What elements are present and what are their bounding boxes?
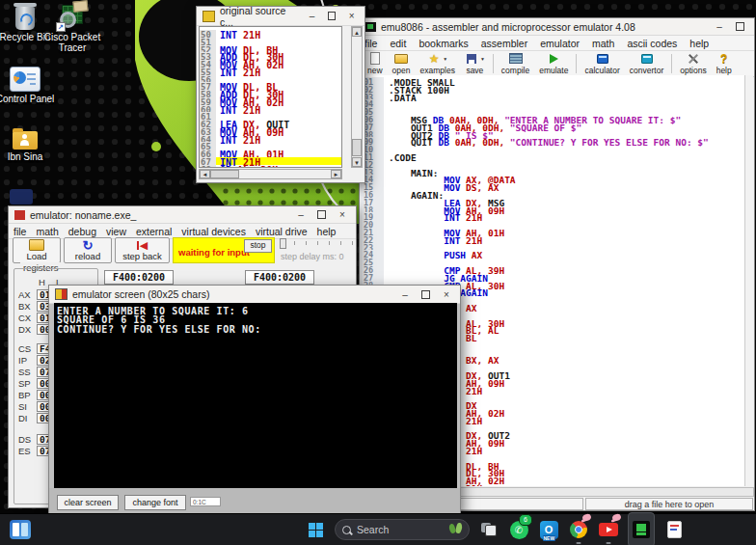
toolbar-button-save[interactable]: ▼save [460,52,490,75]
scroll-thumb[interactable] [210,170,239,178]
taskbar-item-chrome[interactable] [568,515,589,544]
desktop-icon-cisco-packet-tracer[interactable]: ↗ Cisco Packet Tracer [39,3,106,53]
menu-item-file[interactable]: file [364,38,377,49]
line-number: 58 [200,90,216,97]
desktop-icon-ibn-sina[interactable]: Ibn Sina [0,125,56,162]
chevron-down-icon[interactable]: ▼ [443,56,447,62]
maximize-icon[interactable] [736,22,744,31]
load-button[interactable]: Load [13,237,61,263]
minimize-icon[interactable]: – [293,207,309,222]
menu-item-debug[interactable]: debug [68,226,96,237]
chevron-down-icon[interactable]: ▼ [480,56,485,62]
help-icon [717,53,731,65]
source-titlebar[interactable]: original source c... – × [197,7,364,26]
toolbar-button-help[interactable]: help [712,52,737,75]
close-icon[interactable]: × [439,287,454,302]
line-number: 53 [200,52,216,60]
code-text: ADD DL, 30H [216,90,341,97]
toolbar-button-examples[interactable]: ▼examples [416,52,460,75]
taskbar-item-notes[interactable] [663,515,685,544]
menu-item-help[interactable]: help [317,226,337,237]
toolbar-button-options[interactable]: options [675,52,711,75]
vertical-scrollbar[interactable] [744,75,753,486]
code-text [216,38,341,45]
code-line: 21 MOV AH, 01H [361,228,746,235]
menu-item-bookmarks[interactable]: bookmarks [418,38,468,49]
horizontal-scrollbar[interactable]: ◄ ► [199,169,342,179]
line-number: 65 [200,142,216,150]
menu-item-emulator[interactable]: emulator [540,38,580,49]
scroll-left-icon[interactable]: ◄ [200,170,210,178]
close-icon[interactable]: × [344,9,359,23]
code-text: LEA DX, QUIT [216,120,341,127]
cisco-packet-tracer-icon: ↗ [58,3,87,30]
step-back-button[interactable]: ◀ step back [115,237,170,263]
menu-item-assembler[interactable]: assembler [481,38,527,49]
menu-item-virtual-drive[interactable]: virtual drive [256,226,308,237]
reload-button[interactable]: ↻ reload [64,237,112,263]
clear-screen-button[interactable]: clear screen [57,495,119,510]
close-icon[interactable]: × [335,207,350,222]
code-text: MSG DB 0AH, 0DH, "ENTER A NUMBER TO SQUA… [384,115,746,123]
change-font-button[interactable]: change font [124,495,186,510]
scroll-up-icon[interactable]: ▲ [352,27,362,37]
emulator-titlebar[interactable]: emulator: noname.exe_ – × [9,206,356,224]
running-indicator [577,542,581,544]
code-text [216,112,341,120]
code-text: MOV AH, 09H [384,205,746,213]
menu-item-math[interactable]: math [36,226,58,237]
taskbar-item-outlook[interactable]: ONEW [538,515,559,544]
toolbar-button-new[interactable]: new [363,52,388,75]
desktop-icon-control-panel[interactable]: Control Panel [0,64,56,104]
desktop-icon-partial[interactable] [10,189,33,204]
taskbar-item-youtube[interactable] [598,515,619,544]
line-number: 19 [361,212,384,220]
maximize-icon[interactable] [317,210,326,219]
line-number: 27 [361,273,384,281]
menu-item-edit[interactable]: edit [390,38,406,49]
search-box[interactable]: Search [335,519,470,540]
menu-item-file[interactable]: file [14,226,26,237]
address-box-2[interactable]: F400:0200 [245,270,314,285]
toolbar-button-compile[interactable]: compile [497,52,534,75]
minimize-icon[interactable]: – [397,287,413,302]
toolbar-button-open[interactable]: open [388,52,416,75]
menu-item-math[interactable]: math [592,38,614,49]
maximize-icon[interactable] [328,12,336,20]
start-button[interactable] [305,515,326,544]
scroll-thumb[interactable] [352,139,362,156]
register-name: SS [18,367,33,377]
code-line: 26 CMP AL, 39H [361,265,746,273]
source-code-view[interactable]: 50INT 21H5152MOV DL, BH53ADD DL, 30H54MO… [199,26,342,168]
emu8086-toolbar: newopen▼examples▼savecompileemulatecalcu… [360,51,754,77]
menu-item-help[interactable]: help [689,38,709,49]
terminal-screen[interactable]: ENTER A NUMBER TO SQUARE IT: 6SQUARE OF … [54,303,457,488]
task-view-button[interactable] [478,515,500,544]
menu-item-ascii-codes[interactable]: ascii codes [627,38,677,49]
emu8086-titlebar[interactable]: emu8086 - assembler and microprocessor e… [360,18,754,36]
address-box-1[interactable]: F400:0200 [104,270,174,285]
toolbar-button-convertor[interactable]: convertor [625,52,668,75]
toolbar-button-calculator[interactable]: calculator [580,52,624,75]
toolbar-button-emulate[interactable]: emulate [534,52,573,75]
minimize-icon[interactable]: – [305,9,319,23]
widgets-icon[interactable] [10,520,31,539]
register-name: ES [18,446,33,456]
minimize-icon[interactable]: – [712,19,727,34]
code-line: 27 JG AGAIN [361,273,746,281]
terminal-titlebar[interactable]: emulator screen (80x25 chars) – × [49,286,460,304]
step-delay-slider[interactable] [280,241,353,248]
menu-item-view[interactable]: view [106,226,126,237]
line-number: 57 [200,82,216,90]
stop-button[interactable]: stop [244,239,272,253]
waiting-status: waiting for input [178,247,250,258]
menu-item-external[interactable]: external [136,226,172,237]
scroll-down-icon[interactable]: ▼ [352,157,362,167]
vertical-scrollbar[interactable]: ▲ ▼ [351,26,363,168]
taskbar-item-whatsapp[interactable]: ✆ 6 [508,515,529,544]
code-line: 64INT 21H [200,135,341,143]
taskbar-item-emu8086-active[interactable] [628,512,655,545]
menu-item-virtual-devices[interactable]: virtual devices [181,226,246,237]
scroll-right-icon[interactable]: ► [331,170,341,178]
maximize-icon[interactable] [421,290,430,299]
